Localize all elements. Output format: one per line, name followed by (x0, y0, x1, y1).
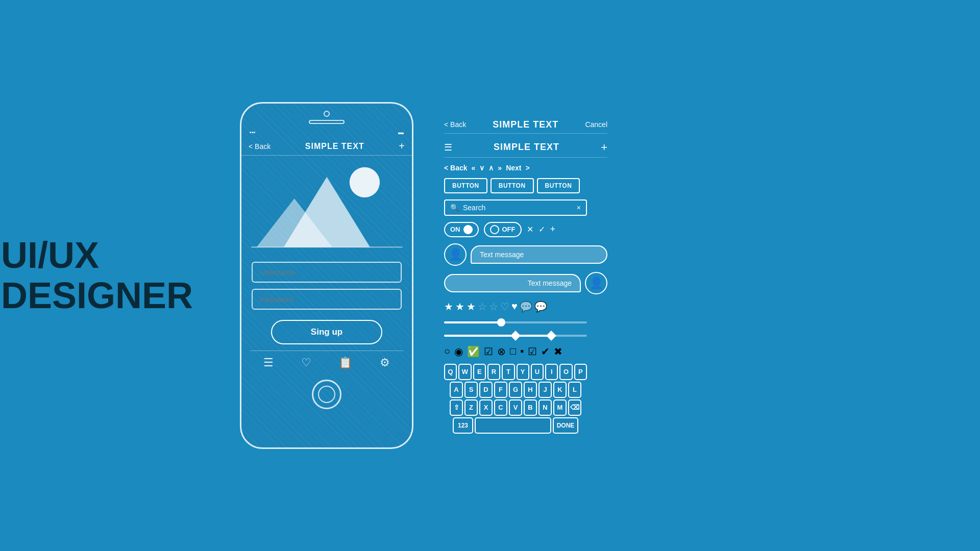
key-c[interactable]: C (494, 399, 507, 416)
title-bar-plus-button[interactable]: + (601, 141, 607, 154)
key-backspace[interactable]: ⌫ (568, 399, 581, 416)
radio-check-circle[interactable]: ✅ (467, 345, 480, 358)
slider-2-thumb-left[interactable] (510, 331, 521, 341)
phone-signal: ▪▪▪ (250, 129, 256, 135)
password-input[interactable] (252, 289, 402, 310)
key-space[interactable] (475, 417, 551, 434)
phone-bottom-icons: ☰ ♡ 📋 ⚙ (250, 350, 404, 374)
heart-empty-icon[interactable]: ♡ (500, 300, 509, 313)
bubble-filled-icon: 💬 (534, 300, 547, 313)
key-v[interactable]: V (509, 399, 522, 416)
star-5[interactable]: ☆ (489, 300, 498, 313)
key-q[interactable]: Q (444, 364, 457, 380)
key-n[interactable]: N (538, 399, 552, 416)
key-b[interactable]: B (524, 399, 537, 416)
heart-filled-icon[interactable]: ♥ (511, 300, 518, 312)
main-title: UI/UX DESIGNER (1, 235, 193, 316)
star-4[interactable]: ☆ (478, 300, 487, 313)
key-shift[interactable]: ⇧ (450, 399, 463, 416)
star-1[interactable]: ★ (444, 300, 453, 313)
star-2[interactable]: ★ (455, 300, 464, 313)
nav-up-arrow[interactable]: ∧ (488, 164, 494, 172)
hamburger-menu-icon[interactable]: ☰ (444, 142, 452, 153)
key-r[interactable]: R (487, 364, 500, 380)
rating-row: ★ ★ ★ ☆ ☆ ♡ ♥ 💬 💬 (444, 298, 607, 315)
button-3[interactable]: BUTTON (537, 178, 580, 193)
avatar-right: 👤 (585, 272, 607, 294)
key-m[interactable]: M (553, 399, 567, 416)
button-2[interactable]: BUTTON (491, 178, 534, 193)
key-y[interactable]: Y (517, 364, 529, 380)
nav-next-double-arrow[interactable]: » (498, 164, 502, 172)
phone-back-button[interactable]: < Back (249, 142, 271, 151)
toggle-off[interactable]: OFF (484, 222, 522, 237)
key-l[interactable]: L (568, 382, 581, 398)
radio-check-circle-2[interactable]: ☑ (484, 345, 493, 358)
key-p[interactable]: P (574, 364, 587, 380)
nav-down-arrow[interactable]: ∨ (479, 164, 484, 172)
user-icon-left: 👤 (449, 248, 462, 261)
key-f[interactable]: F (494, 382, 507, 398)
message-text-right: Text message (528, 279, 572, 287)
phone-inputs (252, 262, 402, 310)
key-a[interactable]: A (450, 382, 463, 398)
key-i[interactable]: I (545, 364, 558, 380)
radio-filled-1[interactable]: ◉ (454, 345, 463, 358)
nav-next-label[interactable]: Next (506, 164, 521, 172)
keyboard-row-1: Q W E R T Y U I O P (444, 364, 587, 380)
radio-x-circle: ⊗ (497, 345, 506, 358)
checkbox-filled-1[interactable]: ▪ (520, 345, 524, 357)
key-z[interactable]: Z (464, 399, 478, 416)
key-u[interactable]: U (531, 364, 544, 380)
search-box[interactable]: 🔍 Search × (444, 199, 587, 216)
key-123[interactable]: 123 (453, 417, 473, 434)
user-icon-right: 👤 (590, 277, 603, 290)
key-j[interactable]: J (538, 382, 552, 398)
phone-plus-button[interactable]: + (399, 140, 405, 152)
top-cancel-button[interactable]: Cancel (585, 120, 607, 129)
toggle-on-circle (463, 225, 473, 234)
key-h[interactable]: H (524, 382, 537, 398)
toggle-on[interactable]: ON (444, 222, 479, 237)
checkbox-x[interactable]: ✖ (554, 345, 562, 358)
phone-top-bar (241, 104, 412, 127)
nav-next-arrow[interactable]: > (526, 164, 530, 172)
signup-button[interactable]: Sing up (271, 320, 382, 344)
button-1[interactable]: BUTTON (444, 178, 487, 193)
key-d[interactable]: D (479, 382, 493, 398)
checkbox-check-2[interactable]: ✔ (541, 345, 550, 358)
key-e[interactable]: E (473, 364, 486, 380)
key-g[interactable]: G (509, 382, 522, 398)
heart-icon[interactable]: ♡ (301, 356, 311, 369)
checkbox-check-1[interactable]: ☑ (528, 345, 537, 358)
checks-row: ○ ◉ ✅ ☑ ⊗ □ ▪ ☑ ✔ ✖ (444, 343, 607, 360)
avatar-left: 👤 (444, 243, 467, 266)
settings-icon[interactable]: ⚙ (380, 356, 390, 369)
nav-prev-arrow[interactable]: « (472, 164, 476, 172)
key-done[interactable]: DONE (553, 417, 578, 434)
message-row-left: 👤 Text message (444, 241, 607, 268)
slider-2-thumb-right[interactable] (546, 331, 556, 341)
slider-1-thumb[interactable] (497, 318, 505, 327)
key-o[interactable]: O (559, 364, 572, 380)
search-clear-icon[interactable]: × (577, 204, 581, 212)
keyboard-row-4: 123 DONE (444, 417, 587, 434)
star-3[interactable]: ★ (467, 300, 476, 313)
nav-back-arrow[interactable]: < Back (444, 164, 468, 172)
key-k[interactable]: K (553, 382, 567, 398)
key-x[interactable]: X (479, 399, 493, 416)
key-w[interactable]: W (458, 364, 471, 380)
top-back-button[interactable]: < Back (444, 120, 466, 129)
radio-empty-1[interactable]: ○ (444, 345, 450, 357)
checkbox-empty-1[interactable]: □ (510, 345, 516, 357)
key-s[interactable]: S (464, 382, 478, 398)
username-input[interactable] (252, 262, 402, 283)
key-t[interactable]: T (502, 364, 514, 380)
slider-1-track[interactable] (444, 321, 587, 323)
slider-2-track[interactable] (444, 335, 587, 337)
phone-home-button[interactable] (312, 380, 341, 409)
menu-icon[interactable]: ☰ (263, 356, 274, 369)
list-icon[interactable]: 📋 (338, 356, 352, 369)
toggle-plus-icon[interactable]: + (550, 224, 556, 235)
title-bar-title: SIMPLE TEXT (494, 142, 559, 153)
